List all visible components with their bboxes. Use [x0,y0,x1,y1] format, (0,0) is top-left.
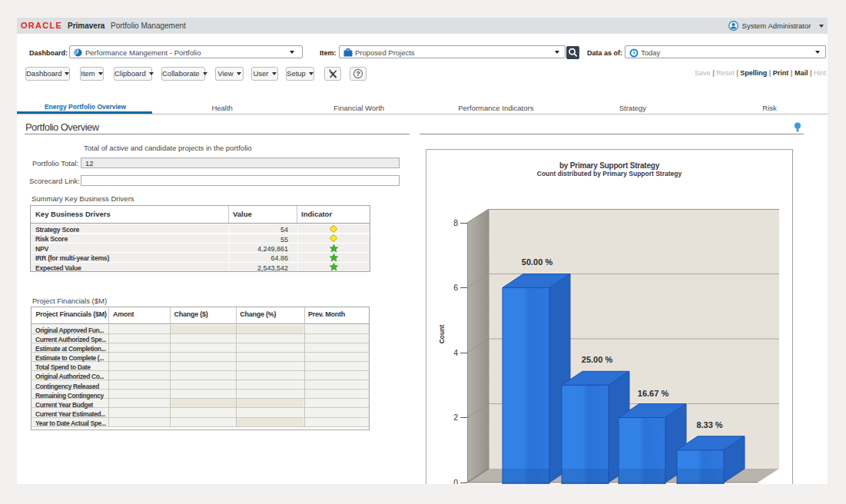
svg-text:8.33 %: 8.33 % [696,420,722,429]
svg-text:6: 6 [453,283,458,292]
svg-text:50.00 %: 50.00 % [522,257,553,267]
svg-text:25.00 %: 25.00 % [582,355,613,364]
svg-text:0: 0 [453,478,458,484]
svg-text:?: ? [356,70,360,78]
svg-text:8: 8 [453,218,458,227]
svg-text:Count: Count [438,325,446,344]
svg-text:4: 4 [453,348,458,357]
svg-text:2: 2 [453,413,458,422]
svg-text:16.67 %: 16.67 % [638,389,669,398]
